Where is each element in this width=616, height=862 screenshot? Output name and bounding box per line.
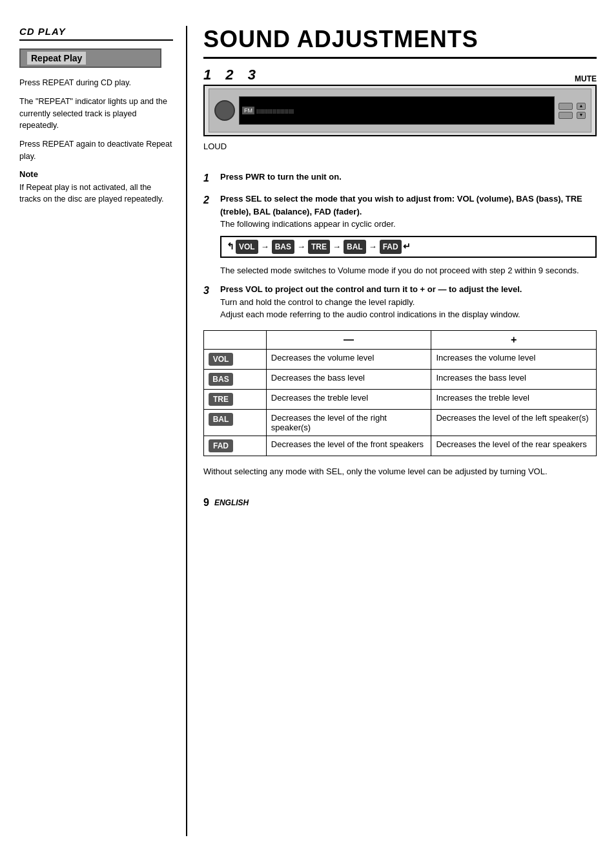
step3-extra1: Turn and hold the control to change the … bbox=[220, 297, 415, 307]
cycle-left-arrow: ↰ bbox=[227, 240, 234, 253]
row-minus-tre: Decreases the treble level bbox=[266, 389, 431, 409]
row-label-cell: VOL bbox=[204, 349, 267, 369]
step3-num: 3 bbox=[203, 283, 218, 321]
table-header-minus: — bbox=[266, 330, 431, 349]
right-column: SOUND ADJUSTMENTS 1 2 3 MUTE FM bbox=[187, 26, 597, 836]
row-label-cell: BAL bbox=[204, 409, 267, 436]
language-label: ENGLISH bbox=[214, 498, 249, 507]
step2-text: Press SEL to select the mode that you wi… bbox=[220, 193, 597, 277]
mode-fad: FAD bbox=[380, 240, 402, 254]
row-plus-tre: Increases the treble level bbox=[431, 389, 597, 409]
row-plus-bal: Decreases the level of the left speaker(… bbox=[431, 409, 597, 436]
row-minus-fad: Decreases the level of the front speaker… bbox=[266, 436, 431, 456]
sound-adjustments-title: SOUND ADJUSTMENTS bbox=[203, 26, 597, 59]
row-plus-fad: Decreases the level of the rear speakers bbox=[431, 436, 597, 456]
row-label-cell: TRE bbox=[204, 389, 267, 409]
cd-play-title: CD PLAY bbox=[19, 26, 173, 41]
arrow1: → bbox=[261, 240, 269, 253]
step1-text: Press PWR to turn the unit on. bbox=[220, 171, 597, 186]
step2-extra: The following indications appear in cycl… bbox=[220, 219, 396, 229]
table-row: BALDecreases the level of the right spea… bbox=[204, 409, 597, 436]
step-3: 3 Press VOL to project out the control a… bbox=[203, 283, 597, 321]
adjustments-table: — + VOLDecreases the volume levelIncreas… bbox=[203, 330, 597, 456]
repeat-play-box: Repeat Play bbox=[19, 48, 161, 68]
row-plus-bas: Increases the bass level bbox=[431, 369, 597, 389]
row-label-cell: BAS bbox=[204, 369, 267, 389]
step-1: 1 Press PWR to turn the unit on. bbox=[203, 171, 597, 186]
page-number: 9 bbox=[203, 497, 209, 509]
mode-label-bal: BAL bbox=[209, 413, 233, 426]
step3-bold: Press VOL to project out the control and… bbox=[220, 284, 522, 294]
table-row: VOLDecreases the volume levelIncreases t… bbox=[204, 349, 597, 369]
table-row: FADDecreases the level of the front spea… bbox=[204, 436, 597, 456]
step-2: 2 Press SEL to select the mode that you … bbox=[203, 193, 597, 277]
step3-text: Press VOL to project out the control and… bbox=[220, 283, 597, 321]
arrow3: → bbox=[333, 240, 341, 253]
arrow2: → bbox=[297, 240, 305, 253]
note-heading: Note bbox=[19, 169, 173, 179]
left-para2: The "REPEAT" indicator lights up and the… bbox=[19, 96, 173, 132]
mode-tre: TRE bbox=[308, 240, 330, 254]
cycle-right-arrow: ↵ bbox=[403, 240, 411, 253]
mode-label-vol: VOL bbox=[209, 353, 233, 366]
row-minus-bal: Decreases the level of the right speaker… bbox=[266, 409, 431, 436]
step2-note: The selected mode switches to Volume mod… bbox=[220, 266, 579, 275]
arrow4: → bbox=[369, 240, 377, 253]
mode-bas: BAS bbox=[272, 240, 294, 254]
left-para3: Press REPEAT again to deactivate Repeat … bbox=[19, 138, 173, 163]
row-label-cell: FAD bbox=[204, 436, 267, 456]
mode-bal: BAL bbox=[344, 240, 366, 254]
table-row: TREDecreases the treble levelIncreases t… bbox=[204, 389, 597, 409]
row-plus-vol: Increases the volume level bbox=[431, 349, 597, 369]
step2-num: 2 bbox=[203, 193, 218, 277]
mode-label-bas: BAS bbox=[209, 373, 233, 386]
row-minus-bas: Decreases the bass level bbox=[266, 369, 431, 389]
table-row: BASDecreases the bass levelIncreases the… bbox=[204, 369, 597, 389]
mode-label-tre: TRE bbox=[209, 393, 233, 406]
left-column: CD PLAY Repeat Play Press REPEAT during … bbox=[19, 26, 187, 836]
step2-bold: Press SEL to select the mode that you wi… bbox=[220, 194, 582, 216]
footer-note: Without selecting any mode with SEL, onl… bbox=[203, 465, 597, 478]
loud-label: LOUD bbox=[203, 142, 597, 151]
device-diagram: FM |||||||||||||||||||||||||||| ▲ ▼ bbox=[203, 85, 597, 136]
mode-vol: VOL bbox=[236, 240, 258, 254]
left-para1: Press REPEAT during CD play. bbox=[19, 77, 173, 89]
row-minus-vol: Decreases the volume level bbox=[266, 349, 431, 369]
steps-list: 1 Press PWR to turn the unit on. 2 Press… bbox=[203, 171, 597, 321]
cyclic-display: ↰ VOL → BAS → TRE → BAL → FAD ↵ bbox=[220, 236, 597, 258]
diagram-mute: MUTE bbox=[575, 74, 597, 83]
note-text: If Repeat play is not activated, all the… bbox=[19, 182, 173, 206]
table-header-plus: + bbox=[431, 330, 597, 349]
step3-extra2: Adjust each mode referring to the audio … bbox=[220, 310, 520, 319]
page: CD PLAY Repeat Play Press REPEAT during … bbox=[0, 0, 616, 862]
step1-num: 1 bbox=[203, 171, 218, 186]
table-header-label bbox=[204, 330, 267, 349]
diagram-numbers: 1 2 3 bbox=[203, 67, 261, 83]
page-footer: 9 ENGLISH bbox=[203, 497, 597, 509]
repeat-play-label: Repeat Play bbox=[27, 52, 86, 65]
mode-label-fad: FAD bbox=[209, 439, 233, 452]
